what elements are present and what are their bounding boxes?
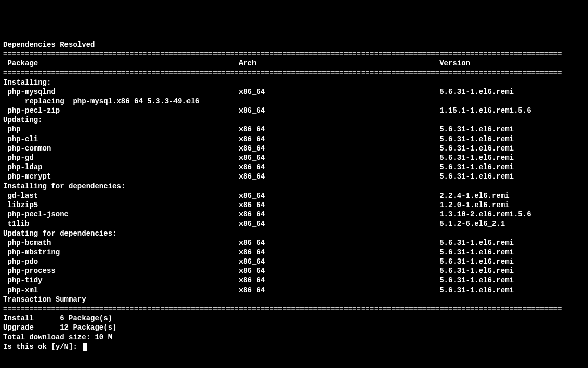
terminal-line: php-mcrypt x86_64 5.6.31-1.el6.remi <box>3 172 585 181</box>
terminal-line: php-xml x86_64 5.6.31-1.el6.remi <box>3 285 585 295</box>
confirm-prompt[interactable]: Is this ok [y/N]: <box>3 342 585 351</box>
terminal-line: t1lib x86_64 5.1.2-6.el6_2.1 <box>3 219 585 228</box>
terminal-line: php-tidy x86_64 5.6.31-1.el6.remi <box>3 276 585 285</box>
terminal-line: Transaction Summary <box>3 295 585 304</box>
terminal-line: gd-last x86_64 2.2.4-1.el6.remi <box>3 191 585 200</box>
terminal-line: php-process x86_64 5.6.31-1.el6.remi <box>3 266 585 276</box>
terminal-line: php-ldap x86_64 5.6.31-1.el6.remi <box>3 162 585 172</box>
terminal-line: Installing for dependencies: <box>3 182 585 191</box>
terminal-line: ========================================… <box>3 304 585 314</box>
terminal-line: Upgrade 12 Package(s) <box>3 323 585 332</box>
terminal-line: ========================================… <box>3 49 585 59</box>
terminal-line: php-gd x86_64 5.6.31-1.el6.remi <box>3 153 585 162</box>
terminal-line: Install 6 Package(s) <box>3 314 585 323</box>
terminal-line: libzip5 x86_64 1.2.0-1.el6.remi <box>3 200 585 210</box>
terminal-line: Package Arch Version <box>3 59 585 68</box>
terminal-line: ========================================… <box>3 68 585 77</box>
terminal-line: Installing: <box>3 78 585 87</box>
terminal-line: php-cli x86_64 5.6.31-1.el6.remi <box>3 134 585 144</box>
terminal-line: Updating: <box>3 115 585 125</box>
terminal-line: replacing php-mysql.x86_64 5.3.3-49.el6 <box>3 97 585 106</box>
terminal-line: php-pecl-jsonc x86_64 1.3.10-2.el6.remi.… <box>3 210 585 219</box>
prompt-text: Is this ok [y/N]: <box>3 343 82 351</box>
terminal-line: php-mbstring x86_64 5.6.31-1.el6.remi <box>3 248 585 257</box>
terminal-line: php-pecl-zip x86_64 1.15.1-1.el6.remi.5.… <box>3 106 585 115</box>
terminal-output: Dependencies Resolved===================… <box>3 40 585 351</box>
cursor-icon <box>83 343 87 351</box>
terminal-line: php-mysqlnd x86_64 5.6.31-1.el6.remi <box>3 87 585 97</box>
terminal-line: Updating for dependencies: <box>3 229 585 238</box>
terminal-line: Total download size: 10 M <box>3 333 585 342</box>
terminal-line: php-pdo x86_64 5.6.31-1.el6.remi <box>3 257 585 266</box>
terminal-line: Dependencies Resolved <box>3 40 585 49</box>
terminal-line: php-bcmath x86_64 5.6.31-1.el6.remi <box>3 238 585 248</box>
terminal-line: php x86_64 5.6.31-1.el6.remi <box>3 125 585 134</box>
terminal-line: php-common x86_64 5.6.31-1.el6.remi <box>3 144 585 153</box>
